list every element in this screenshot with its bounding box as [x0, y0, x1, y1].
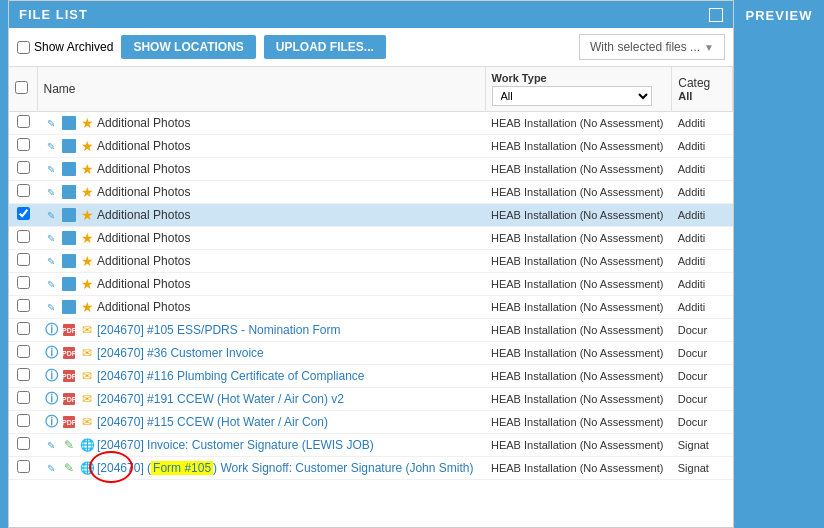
table-row: ✎✎🌐[204670] Invoice: Customer Signature …	[9, 434, 733, 457]
row-checkbox[interactable]	[17, 138, 30, 151]
row-checkbox-cell	[9, 227, 37, 250]
star-icon: ★	[79, 161, 95, 177]
star-icon: ★	[79, 138, 95, 154]
minimize-icon[interactable]	[709, 8, 723, 22]
row-checkbox-cell	[9, 250, 37, 273]
row-name-cell: ✎★Additional Photos	[37, 250, 485, 272]
category-value: Signat	[678, 439, 709, 451]
row-checkbox-cell	[9, 181, 37, 204]
panel-header: FILE LIST	[9, 1, 733, 28]
row-category-cell: Additi	[672, 227, 733, 250]
row-icons: ⓘPDF✉	[43, 322, 95, 338]
svg-text:PDF: PDF	[62, 350, 76, 357]
row-checkbox[interactable]	[17, 207, 30, 220]
info-icon: ⓘ	[43, 391, 59, 407]
worktype-value: HEAB Installation (No Assessment)	[491, 278, 663, 290]
worktype-filter-select[interactable]: All	[492, 86, 652, 106]
show-archived-checkbox[interactable]	[17, 41, 30, 54]
row-checkbox[interactable]	[17, 115, 30, 128]
row-category-cell: Additi	[672, 250, 733, 273]
edit-icon: ✎	[43, 184, 59, 200]
row-icons: ✎★	[43, 299, 95, 315]
row-worktype-cell: HEAB Installation (No Assessment)	[485, 434, 672, 457]
file-name-text: Additional Photos	[97, 185, 190, 199]
worktype-value: HEAB Installation (No Assessment)	[491, 186, 663, 198]
file-name-link[interactable]: [204670] (Form #105) Work Signoff: Custo…	[97, 461, 473, 475]
row-checkbox[interactable]	[17, 368, 30, 381]
file-name-text: Additional Photos	[97, 116, 190, 130]
edit-icon: ✎	[43, 161, 59, 177]
row-name-cell: ✎★Additional Photos	[37, 227, 485, 249]
row-checkbox[interactable]	[17, 345, 30, 358]
blue-square-icon	[61, 230, 77, 246]
row-category-cell: Docur	[672, 411, 733, 434]
select-all-checkbox[interactable]	[15, 81, 28, 94]
svg-text:PDF: PDF	[62, 373, 76, 380]
file-name-link[interactable]: [204670] #116 Plumbing Certificate of Co…	[97, 369, 365, 383]
row-category-cell: Additi	[672, 296, 733, 319]
row-checkbox[interactable]	[17, 161, 30, 174]
row-icons: ✎★	[43, 253, 95, 269]
row-name-cell: ⓘPDF✉[204670] #191 CCEW (Hot Water / Air…	[37, 388, 485, 410]
row-category-cell: Signat	[672, 457, 733, 480]
row-name-cell: ✎★Additional Photos	[37, 158, 485, 180]
worktype-value: HEAB Installation (No Assessment)	[491, 209, 663, 221]
row-checkbox[interactable]	[17, 299, 30, 312]
row-checkbox-cell	[9, 158, 37, 181]
category-value: Additi	[678, 301, 706, 313]
worktype-value: HEAB Installation (No Assessment)	[491, 255, 663, 267]
row-icons: ✎★	[43, 207, 95, 223]
worktype-value: HEAB Installation (No Assessment)	[491, 370, 663, 382]
row-worktype-cell: HEAB Installation (No Assessment)	[485, 411, 672, 434]
worktype-value: HEAB Installation (No Assessment)	[491, 163, 663, 175]
row-category-cell: Additi	[672, 158, 733, 181]
worktype-value: HEAB Installation (No Assessment)	[491, 301, 663, 313]
upload-files-button[interactable]: UPLOAD FILES...	[264, 35, 386, 59]
worktype-value: HEAB Installation (No Assessment)	[491, 393, 663, 405]
with-selected-button[interactable]: With selected files ... ▼	[579, 34, 725, 60]
file-name-text: Additional Photos	[97, 208, 190, 222]
row-icons: ⓘPDF✉	[43, 345, 95, 361]
row-checkbox[interactable]	[17, 391, 30, 404]
star-icon: ★	[79, 253, 95, 269]
row-checkbox[interactable]	[17, 276, 30, 289]
edit-icon: ✎	[43, 460, 59, 476]
worktype-value: HEAB Installation (No Assessment)	[491, 324, 663, 336]
blue-square-icon	[61, 207, 77, 223]
row-checkbox[interactable]	[17, 184, 30, 197]
file-name-link[interactable]: [204670] #105 ESS/PDRS - Nomination Form	[97, 323, 340, 337]
blue-square-icon	[61, 138, 77, 154]
preview-panel: PREVIEW	[734, 0, 824, 528]
table-row: ✎★Additional PhotosHEAB Installation (No…	[9, 296, 733, 319]
blue-square-icon	[61, 299, 77, 315]
category-value: Docur	[678, 324, 707, 336]
row-name-cell: ⓘPDF✉[204670] #36 Customer Invoice	[37, 342, 485, 364]
row-checkbox[interactable]	[17, 230, 30, 243]
worktype-value: HEAB Installation (No Assessment)	[491, 439, 663, 451]
row-checkbox[interactable]	[17, 460, 30, 473]
row-checkbox[interactable]	[17, 414, 30, 427]
category-value: Additi	[678, 278, 706, 290]
category-value: Additi	[678, 186, 706, 198]
blue-square-icon	[61, 253, 77, 269]
row-checkbox[interactable]	[17, 322, 30, 335]
worktype-value: HEAB Installation (No Assessment)	[491, 347, 663, 359]
file-name-link[interactable]: [204670] #191 CCEW (Hot Water / Air Con)…	[97, 392, 344, 406]
file-name-link[interactable]: [204670] Invoice: Customer Signature (LE…	[97, 438, 374, 452]
category-value: Additi	[678, 232, 706, 244]
file-name-text: Additional Photos	[97, 139, 190, 153]
row-worktype-cell: HEAB Installation (No Assessment)	[485, 181, 672, 204]
preview-label: PREVIEW	[746, 8, 813, 23]
row-checkbox[interactable]	[17, 253, 30, 266]
blue-square-icon	[61, 115, 77, 131]
row-worktype-cell: HEAB Installation (No Assessment)	[485, 250, 672, 273]
file-name-link[interactable]: [204670] #115 CCEW (Hot Water / Air Con)	[97, 415, 328, 429]
file-name-text: Additional Photos	[97, 162, 190, 176]
row-icons: ✎✎🌐	[43, 460, 95, 476]
row-checkbox[interactable]	[17, 437, 30, 450]
show-locations-button[interactable]: SHOW LOCATIONS	[121, 35, 255, 59]
file-name-link[interactable]: [204670] #36 Customer Invoice	[97, 346, 264, 360]
row-worktype-cell: HEAB Installation (No Assessment)	[485, 227, 672, 250]
blue-square-icon	[61, 184, 77, 200]
toolbar: Show Archived SHOW LOCATIONS UPLOAD FILE…	[9, 28, 733, 67]
